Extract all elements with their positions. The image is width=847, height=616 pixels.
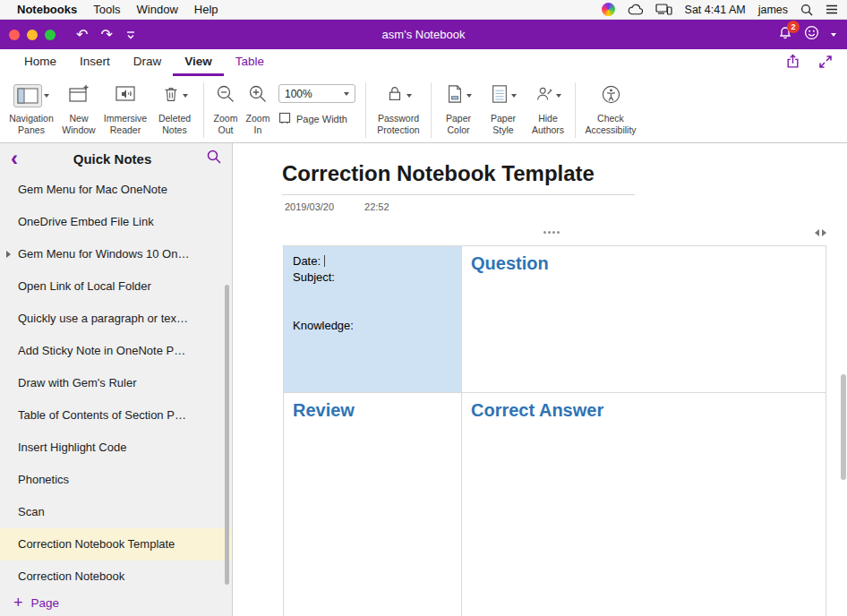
section-title: Quick Notes [18,151,207,167]
expand-window-icon[interactable] [818,55,833,73]
paper-color-button[interactable]: Paper Color [436,80,481,135]
notification-center-icon[interactable] [826,4,838,14]
page-list-item[interactable]: Open Link of Local Folder [0,270,232,303]
spotlight-search-icon[interactable] [800,4,813,16]
check-accessibility-button[interactable]: Check Accessibility [580,80,641,135]
minimize-window-button[interactable] [27,30,38,40]
page-list-item[interactable]: OneDrive Embed File Link [0,206,232,238]
button-label: Deleted Notes [150,113,199,135]
zoom-out-button[interactable]: Zoom Out [209,80,243,135]
scroll-left-icon[interactable] [815,229,819,236]
chevron-down-icon[interactable] [831,33,836,37]
hide-authors-icon [535,84,554,107]
button-label: Zoom In [243,113,273,135]
button-label: Immersive Reader [100,113,150,135]
page-title-label: Table of Contents of Section P… [18,408,186,422]
search-icon[interactable] [207,150,221,167]
button-label: Paper Color [436,113,481,135]
page-canvas: Correction Notebook Template 2019/03/20 … [233,143,847,616]
customize-quick-access-icon[interactable] [125,30,136,40]
page-list-item[interactable]: Phonetics [0,464,232,496]
knowledge-line: Knowledge: [293,318,452,334]
chevron-down-icon [183,94,188,98]
ribbon-separator [365,82,366,138]
status-color-orb-icon[interactable] [602,3,615,16]
share-icon[interactable] [785,54,800,73]
page-list-item-selected[interactable]: Correction Notebook Template [0,528,232,560]
expand-chevron-icon[interactable] [6,251,11,258]
subject-line: Subject: [293,270,452,286]
tab-home[interactable]: Home [13,49,68,76]
button-label: Hide Authors [526,113,570,135]
page-list: Gem Menu for Mac OneNote OneDrive Embed … [0,174,232,589]
table-cell-review[interactable]: Review [284,393,462,616]
paper-color-icon [445,84,465,107]
page-date: 2019/03/20 [285,201,334,212]
page-list-item[interactable]: Table of Contents of Section P… [0,399,232,432]
page-title-label: OneDrive Embed File Link [18,215,154,228]
page-list-item[interactable]: Gem Menu for Mac OneNote [0,174,232,206]
page-list-item[interactable]: Draw with Gem's Ruler [0,367,232,399]
button-label: Zoom Out [209,113,243,135]
zoom-level-select[interactable]: 100% [278,84,355,103]
chevron-down-icon [44,94,49,98]
tab-view[interactable]: View [173,49,224,76]
page-title-label: Correction Notebook Template [18,537,175,551]
ribbon-separator [575,82,576,138]
password-protection-button[interactable]: Password Protection [371,80,426,135]
menu-bar-status: Sat 4:41 AM james [602,3,838,16]
deleted-notes-button[interactable]: Deleted Notes [150,80,199,135]
page-list-item[interactable]: Quickly use a paragraph or tex… [0,303,232,335]
page-title-label: Correction Notebook [18,569,124,583]
table-cell-info[interactable]: Date: Subject: Knowledge: [284,246,462,393]
page-title-label: Phonetics [18,473,69,486]
zoom-in-button[interactable]: Zoom In [243,80,273,135]
page-list-item[interactable]: Scan [0,496,232,528]
table-drag-handle[interactable] [543,231,560,234]
feedback-smiley-icon[interactable] [804,25,819,44]
undo-icon[interactable]: ↶ [76,28,88,42]
tab-insert[interactable]: Insert [68,49,122,76]
sidebar-scrollbar[interactable] [225,285,229,585]
menu-window[interactable]: Window [129,3,186,16]
add-page-button[interactable]: + Page [0,589,232,616]
table-cell-question[interactable]: Question [462,246,826,393]
back-chevron-icon[interactable]: ‹ [11,145,18,172]
page-width-button[interactable]: Page Width [278,112,355,125]
tab-draw[interactable]: Draw [122,49,174,76]
navigation-panes-button[interactable]: Navigation Panes [5,80,57,135]
page-list-item[interactable]: Correction Notebook [0,560,232,589]
chevron-down-icon [556,94,561,98]
menu-notebooks[interactable]: Notebooks [9,3,85,16]
devices-icon[interactable] [655,4,672,15]
notifications-bell-icon[interactable]: 2 [778,26,792,44]
window-scrollbar[interactable] [841,374,846,480]
menu-bar-clock[interactable]: Sat 4:41 AM [685,4,746,16]
menu-help[interactable]: Help [186,3,227,16]
paper-style-button[interactable]: Paper Style [481,80,526,135]
page-title[interactable]: Correction Notebook Template [282,161,635,195]
immersive-reader-button[interactable]: Immersive Reader [100,80,150,135]
new-window-icon [68,84,90,107]
page-list-item[interactable]: Gem Menu for Windows 10 On… [0,238,232,270]
close-window-button[interactable] [9,30,20,40]
page-list-item[interactable]: Add Sticky Note in OneNote P… [0,335,232,367]
menu-tools[interactable]: Tools [85,3,128,16]
page-time: 22:52 [364,201,389,212]
tab-table[interactable]: Table [224,49,276,76]
new-window-button[interactable]: New Window [57,80,100,135]
chevron-down-icon [511,94,517,98]
hide-authors-button[interactable]: Hide Authors [526,80,570,135]
table-cell-correct-answer[interactable]: Correct Answer [462,393,826,616]
zoom-controls-group: 100% Page Width [278,80,355,125]
page-list-item[interactable]: Insert Highlight Code [0,432,232,464]
menu-bar-user[interactable]: james [758,4,788,16]
window-controls [9,30,56,40]
review-heading: Review [293,400,355,420]
scroll-right-icon[interactable] [822,229,826,236]
app-window: Notebooks Tools Window Help Sat 4:41 AM … [0,0,847,616]
zoom-window-button[interactable] [45,30,56,40]
page-title-label: Scan [18,505,45,518]
cloud-icon[interactable] [628,4,643,15]
redo-icon[interactable]: ↷ [100,28,112,42]
